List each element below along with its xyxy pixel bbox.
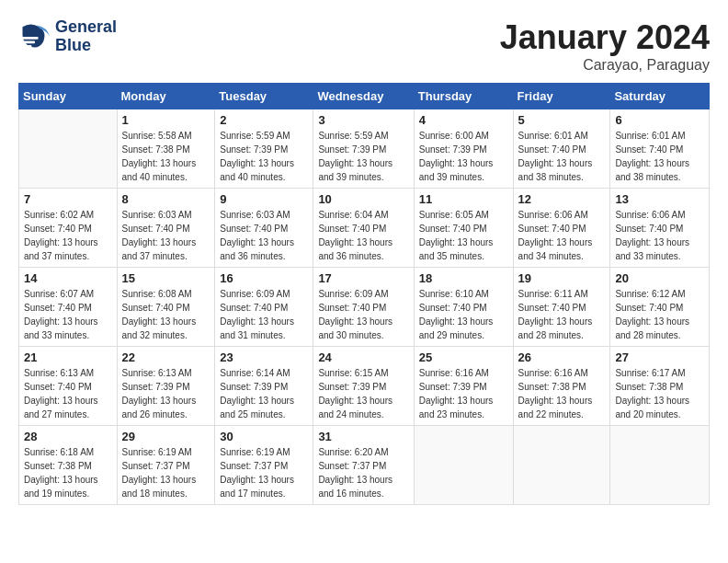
day-number: 26 bbox=[518, 350, 606, 364]
day-number: 25 bbox=[419, 350, 508, 364]
day-info: Sunrise: 6:06 AMSunset: 7:40 PMDaylight:… bbox=[615, 208, 704, 263]
weekday-header: Wednesday bbox=[313, 84, 414, 109]
day-info: Sunrise: 6:02 AMSunset: 7:40 PMDaylight:… bbox=[24, 208, 112, 263]
day-number: 21 bbox=[24, 350, 112, 364]
calendar-cell: 30Sunrise: 6:19 AMSunset: 7:37 PMDayligh… bbox=[215, 426, 313, 505]
day-number: 6 bbox=[615, 113, 704, 127]
day-number: 22 bbox=[122, 350, 210, 364]
svg-rect-2 bbox=[20, 40, 35, 43]
day-number: 1 bbox=[122, 113, 210, 127]
calendar-cell: 1Sunrise: 5:58 AMSunset: 7:38 PMDaylight… bbox=[117, 109, 215, 189]
weekday-header: Sunday bbox=[19, 84, 118, 109]
calendar-cell: 15Sunrise: 6:08 AMSunset: 7:40 PMDayligh… bbox=[117, 268, 215, 347]
calendar-cell: 18Sunrise: 6:10 AMSunset: 7:40 PMDayligh… bbox=[414, 268, 513, 347]
calendar-cell: 12Sunrise: 6:06 AMSunset: 7:40 PMDayligh… bbox=[513, 189, 610, 268]
calendar-subtitle: Carayao, Paraguay bbox=[500, 57, 710, 74]
title-area: January 2024 Carayao, Paraguay bbox=[500, 18, 710, 74]
weekday-header: Friday bbox=[513, 84, 610, 109]
day-number: 16 bbox=[220, 271, 308, 285]
weekday-header: Monday bbox=[117, 84, 215, 109]
logo-icon bbox=[18, 20, 51, 53]
weekday-header: Saturday bbox=[610, 84, 710, 109]
calendar-cell: 24Sunrise: 6:15 AMSunset: 7:39 PMDayligh… bbox=[313, 347, 414, 426]
day-number: 24 bbox=[318, 350, 408, 364]
day-number: 28 bbox=[24, 430, 112, 443]
day-number: 15 bbox=[122, 271, 210, 285]
calendar-cell: 2Sunrise: 5:59 AMSunset: 7:39 PMDaylight… bbox=[215, 109, 313, 189]
calendar-cell: 25Sunrise: 6:16 AMSunset: 7:39 PMDayligh… bbox=[414, 347, 513, 426]
calendar-cell: 23Sunrise: 6:14 AMSunset: 7:39 PMDayligh… bbox=[215, 347, 313, 426]
logo: General Blue bbox=[18, 18, 117, 55]
calendar-cell bbox=[414, 426, 513, 505]
day-number: 8 bbox=[122, 192, 210, 206]
calendar-cell: 8Sunrise: 6:03 AMSunset: 7:40 PMDaylight… bbox=[117, 189, 215, 268]
calendar-week-row: 28Sunrise: 6:18 AMSunset: 7:38 PMDayligh… bbox=[19, 426, 710, 505]
day-info: Sunrise: 5:59 AMSunset: 7:39 PMDaylight:… bbox=[220, 129, 308, 184]
calendar-cell: 14Sunrise: 6:07 AMSunset: 7:40 PMDayligh… bbox=[19, 268, 118, 347]
day-number: 20 bbox=[615, 271, 704, 285]
day-info: Sunrise: 6:19 AMSunset: 7:37 PMDaylight:… bbox=[122, 445, 210, 500]
day-info: Sunrise: 6:20 AMSunset: 7:37 PMDaylight:… bbox=[318, 445, 408, 500]
weekday-header: Thursday bbox=[414, 84, 513, 109]
calendar-cell: 13Sunrise: 6:06 AMSunset: 7:40 PMDayligh… bbox=[610, 189, 710, 268]
day-info: Sunrise: 6:11 AMSunset: 7:40 PMDaylight:… bbox=[518, 287, 606, 342]
day-info: Sunrise: 6:18 AMSunset: 7:38 PMDaylight:… bbox=[24, 445, 112, 500]
day-info: Sunrise: 6:17 AMSunset: 7:38 PMDaylight:… bbox=[615, 366, 704, 421]
calendar-table: SundayMondayTuesdayWednesdayThursdayFrid… bbox=[18, 83, 710, 505]
day-number: 2 bbox=[220, 113, 308, 127]
day-number: 14 bbox=[24, 271, 112, 285]
day-info: Sunrise: 6:05 AMSunset: 7:40 PMDaylight:… bbox=[419, 208, 508, 263]
day-number: 13 bbox=[615, 192, 704, 206]
day-number: 12 bbox=[518, 192, 606, 206]
logo-text: General Blue bbox=[55, 18, 117, 55]
day-number: 30 bbox=[220, 430, 308, 443]
calendar-cell: 11Sunrise: 6:05 AMSunset: 7:40 PMDayligh… bbox=[414, 189, 513, 268]
day-info: Sunrise: 6:19 AMSunset: 7:37 PMDaylight:… bbox=[220, 445, 308, 500]
calendar-cell: 17Sunrise: 6:09 AMSunset: 7:40 PMDayligh… bbox=[313, 268, 414, 347]
calendar-cell: 16Sunrise: 6:09 AMSunset: 7:40 PMDayligh… bbox=[215, 268, 313, 347]
calendar-week-row: 21Sunrise: 6:13 AMSunset: 7:40 PMDayligh… bbox=[19, 347, 710, 426]
day-number: 7 bbox=[24, 192, 112, 206]
weekday-header-row: SundayMondayTuesdayWednesdayThursdayFrid… bbox=[19, 84, 710, 109]
day-info: Sunrise: 6:00 AMSunset: 7:39 PMDaylight:… bbox=[419, 129, 508, 184]
day-info: Sunrise: 5:58 AMSunset: 7:38 PMDaylight:… bbox=[122, 129, 210, 184]
day-info: Sunrise: 6:09 AMSunset: 7:40 PMDaylight:… bbox=[318, 287, 408, 342]
day-info: Sunrise: 6:12 AMSunset: 7:40 PMDaylight:… bbox=[615, 287, 704, 342]
calendar-cell: 10Sunrise: 6:04 AMSunset: 7:40 PMDayligh… bbox=[313, 189, 414, 268]
day-info: Sunrise: 6:03 AMSunset: 7:40 PMDaylight:… bbox=[220, 208, 308, 263]
calendar-cell bbox=[513, 426, 610, 505]
calendar-cell: 29Sunrise: 6:19 AMSunset: 7:37 PMDayligh… bbox=[117, 426, 215, 505]
day-number: 9 bbox=[220, 192, 308, 206]
calendar-cell: 31Sunrise: 6:20 AMSunset: 7:37 PMDayligh… bbox=[313, 426, 414, 505]
calendar-week-row: 7Sunrise: 6:02 AMSunset: 7:40 PMDaylight… bbox=[19, 189, 710, 268]
day-number: 29 bbox=[122, 430, 210, 443]
calendar-cell: 21Sunrise: 6:13 AMSunset: 7:40 PMDayligh… bbox=[19, 347, 118, 426]
day-info: Sunrise: 6:16 AMSunset: 7:39 PMDaylight:… bbox=[419, 366, 508, 421]
calendar-week-row: 14Sunrise: 6:07 AMSunset: 7:40 PMDayligh… bbox=[19, 268, 710, 347]
calendar-cell: 28Sunrise: 6:18 AMSunset: 7:38 PMDayligh… bbox=[19, 426, 118, 505]
day-info: Sunrise: 6:01 AMSunset: 7:40 PMDaylight:… bbox=[518, 129, 606, 184]
day-info: Sunrise: 6:07 AMSunset: 7:40 PMDaylight:… bbox=[24, 287, 112, 342]
day-number: 17 bbox=[318, 271, 408, 285]
day-number: 27 bbox=[615, 350, 704, 364]
calendar-cell bbox=[19, 109, 118, 189]
day-info: Sunrise: 6:09 AMSunset: 7:40 PMDaylight:… bbox=[220, 287, 308, 342]
calendar-cell bbox=[610, 426, 710, 505]
day-info: Sunrise: 5:59 AMSunset: 7:39 PMDaylight:… bbox=[318, 129, 408, 184]
calendar-cell: 20Sunrise: 6:12 AMSunset: 7:40 PMDayligh… bbox=[610, 268, 710, 347]
svg-rect-1 bbox=[20, 37, 39, 40]
day-info: Sunrise: 6:16 AMSunset: 7:38 PMDaylight:… bbox=[518, 366, 606, 421]
day-info: Sunrise: 6:10 AMSunset: 7:40 PMDaylight:… bbox=[419, 287, 508, 342]
day-number: 4 bbox=[419, 113, 508, 127]
day-info: Sunrise: 6:13 AMSunset: 7:40 PMDaylight:… bbox=[24, 366, 112, 421]
calendar-cell: 9Sunrise: 6:03 AMSunset: 7:40 PMDaylight… bbox=[215, 189, 313, 268]
day-info: Sunrise: 6:01 AMSunset: 7:40 PMDaylight:… bbox=[615, 129, 704, 184]
day-number: 19 bbox=[518, 271, 606, 285]
day-info: Sunrise: 6:13 AMSunset: 7:39 PMDaylight:… bbox=[122, 366, 210, 421]
calendar-cell: 4Sunrise: 6:00 AMSunset: 7:39 PMDaylight… bbox=[414, 109, 513, 189]
weekday-header: Tuesday bbox=[215, 84, 313, 109]
day-info: Sunrise: 6:04 AMSunset: 7:40 PMDaylight:… bbox=[318, 208, 408, 263]
day-number: 31 bbox=[318, 430, 408, 443]
calendar-cell: 5Sunrise: 6:01 AMSunset: 7:40 PMDaylight… bbox=[513, 109, 610, 189]
day-number: 18 bbox=[419, 271, 508, 285]
